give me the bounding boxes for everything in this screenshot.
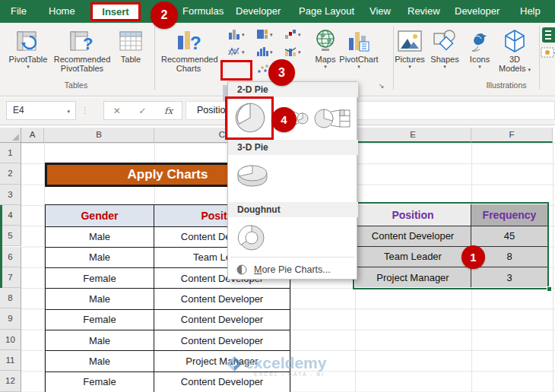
table-row[interactable]: MaleContent Developer bbox=[46, 330, 290, 350]
table-button[interactable]: Table bbox=[111, 27, 151, 64]
table-row[interactable]: FemaleContent Developer bbox=[46, 309, 290, 330]
insert-hierarchy-chart-button[interactable]: ▾ bbox=[256, 29, 273, 40]
icons-caret-icon: ▾ bbox=[463, 64, 496, 69]
step-badge-3: 3 bbox=[268, 59, 295, 86]
menu-item-3d-pie[interactable] bbox=[234, 160, 271, 190]
position-header-cell[interactable]: Position bbox=[355, 204, 471, 226]
more-pie-charts-label: More Pie Charts... bbox=[254, 264, 331, 275]
tab-insert-label: Insert bbox=[102, 6, 128, 17]
table-row[interactable]: Content Developer45 bbox=[355, 226, 547, 246]
menu-item-more-pie-charts[interactable]: More Pie Charts... bbox=[228, 260, 358, 279]
3d-pie-icon bbox=[234, 160, 271, 190]
caret-icon: ▾ bbox=[298, 32, 301, 37]
caret-icon: ▾ bbox=[270, 32, 273, 37]
3d-models-button[interactable]: 3D Models ▾ bbox=[495, 27, 534, 73]
tab-help[interactable]: Help bbox=[520, 0, 541, 23]
shapes-button[interactable]: Shapes ▾ bbox=[428, 27, 461, 69]
select-all-corner[interactable] bbox=[0, 128, 21, 143]
gender-header-cell[interactable]: Gender bbox=[46, 205, 154, 226]
insert-column-chart-button[interactable]: ▾ bbox=[228, 29, 245, 40]
name-box[interactable]: E4 ▾ bbox=[6, 101, 76, 120]
column-header-e[interactable]: E bbox=[355, 128, 471, 143]
pivotchart-caret-icon: ▾ bbox=[338, 64, 380, 69]
pivotchart-icon bbox=[338, 27, 380, 55]
insert-waterfall-chart-button[interactable]: ▾ bbox=[284, 29, 301, 40]
menu-item-bar-of-pie[interactable] bbox=[313, 106, 353, 131]
row-header-6[interactable]: 6 bbox=[0, 247, 21, 267]
position-frequency-table[interactable]: Position Frequency Content Developer45 T… bbox=[355, 204, 547, 287]
icons-bird-icon bbox=[463, 27, 496, 55]
table-row[interactable]: MaleContent Developer bbox=[46, 288, 290, 308]
row-header-3[interactable]: 3 bbox=[0, 185, 21, 205]
table-row[interactable]: Team Leader8 bbox=[355, 246, 547, 267]
watermark-brand: exceldemy bbox=[245, 354, 326, 372]
tab-review[interactable]: Review bbox=[408, 0, 440, 23]
row-header-8[interactable]: 8 bbox=[0, 288, 21, 308]
tab-page-layout[interactable]: Page Layout bbox=[299, 0, 354, 23]
menu-item-2d-pie[interactable] bbox=[233, 101, 268, 136]
row-header-10[interactable]: 10 bbox=[0, 330, 21, 350]
insert-combo-chart-button[interactable]: ▾ bbox=[284, 46, 301, 57]
tab-developer-2[interactable]: Developer bbox=[455, 0, 500, 23]
column-header-a[interactable]: A bbox=[21, 128, 44, 143]
insert-statistic-chart-button[interactable]: ▾ bbox=[256, 46, 273, 57]
row-header-4[interactable]: 4 bbox=[0, 205, 21, 226]
select-all-triangle-icon bbox=[12, 134, 19, 141]
fill-handle[interactable] bbox=[547, 286, 552, 292]
screenshot-icon[interactable] bbox=[541, 46, 555, 58]
table-row[interactable]: FemaleContent Developer bbox=[46, 371, 290, 392]
pictures-caret-icon: ▾ bbox=[392, 64, 427, 69]
smartart-icon[interactable] bbox=[542, 27, 555, 43]
charts-dialog-launcher[interactable]: ↘ bbox=[379, 82, 387, 90]
formula-bar-splitter[interactable]: ⋮ bbox=[81, 101, 89, 120]
enter-icon[interactable]: ✓ bbox=[138, 106, 146, 116]
tab-insert[interactable]: Insert bbox=[90, 2, 141, 21]
pivotchart-button[interactable]: PivotChart ▾ bbox=[338, 27, 380, 69]
watermark-logo-icon bbox=[225, 354, 243, 374]
table-header-row[interactable]: Position Frequency bbox=[355, 204, 547, 226]
icons-button[interactable]: Icons ▾ bbox=[463, 27, 496, 69]
tab-formulas[interactable]: Formulas bbox=[182, 0, 224, 23]
recommended-pivottables-button[interactable]: ? Recommended PivotTables bbox=[53, 27, 111, 73]
cancel-icon[interactable]: ✕ bbox=[113, 106, 121, 116]
ribbon-tab-bar: File Home Formulas Developer Page Layout… bbox=[0, 0, 555, 23]
menu-section-doughnut: Doughnut bbox=[228, 202, 358, 217]
tab-home[interactable]: Home bbox=[49, 0, 75, 23]
pivottable-button[interactable]: PivotTable ▾ bbox=[6, 27, 50, 69]
group-separator bbox=[154, 26, 155, 90]
row-header-1[interactable]: 1 bbox=[0, 143, 21, 163]
bar-of-pie-icon bbox=[313, 106, 353, 131]
row-header-5[interactable]: 5 bbox=[0, 226, 21, 246]
combo-chart-icon bbox=[284, 46, 297, 57]
tab-file[interactable]: File bbox=[11, 0, 27, 23]
scatter-chart-icon bbox=[257, 64, 269, 74]
frequency-header-cell[interactable]: Frequency bbox=[471, 204, 547, 226]
row-header-2[interactable]: 2 bbox=[0, 163, 21, 184]
2d-pie-icon bbox=[233, 101, 267, 134]
group-separator bbox=[539, 26, 540, 90]
insert-line-chart-button[interactable]: ▾ bbox=[228, 46, 245, 57]
row-header-12[interactable]: 12 bbox=[0, 371, 21, 391]
icons-label: Icons bbox=[463, 55, 496, 64]
tab-view[interactable]: View bbox=[369, 0, 391, 23]
column-chart-icon bbox=[228, 29, 240, 40]
waterfall-chart-icon bbox=[284, 29, 297, 40]
row-header-11[interactable]: 11 bbox=[0, 350, 21, 371]
row-header-7[interactable]: 7 bbox=[0, 267, 21, 288]
name-box-value: E4 bbox=[13, 105, 24, 115]
insert-function-icon[interactable]: fx bbox=[164, 106, 173, 116]
row-header-9[interactable]: 9 bbox=[0, 308, 21, 329]
tab-developer[interactable]: Developer bbox=[236, 0, 281, 23]
column-header-f[interactable]: F bbox=[471, 128, 553, 143]
recommended-charts-button[interactable]: ? Recommended Charts bbox=[161, 27, 216, 73]
menu-item-doughnut[interactable] bbox=[235, 221, 268, 254]
excel-window: File Home Formulas Developer Page Layout… bbox=[0, 0, 555, 392]
recommended-charts-label-1: Recommended bbox=[161, 55, 216, 64]
tables-group-label: Tables bbox=[53, 81, 99, 90]
table-row[interactable]: Project Manager3 bbox=[355, 267, 547, 287]
shapes-caret-icon: ▾ bbox=[428, 64, 461, 69]
pictures-button[interactable]: Pictures ▾ bbox=[392, 27, 427, 69]
statistic-chart-icon bbox=[256, 46, 268, 57]
pictures-label: Pictures bbox=[392, 55, 427, 64]
column-header-b[interactable]: B bbox=[44, 128, 154, 143]
